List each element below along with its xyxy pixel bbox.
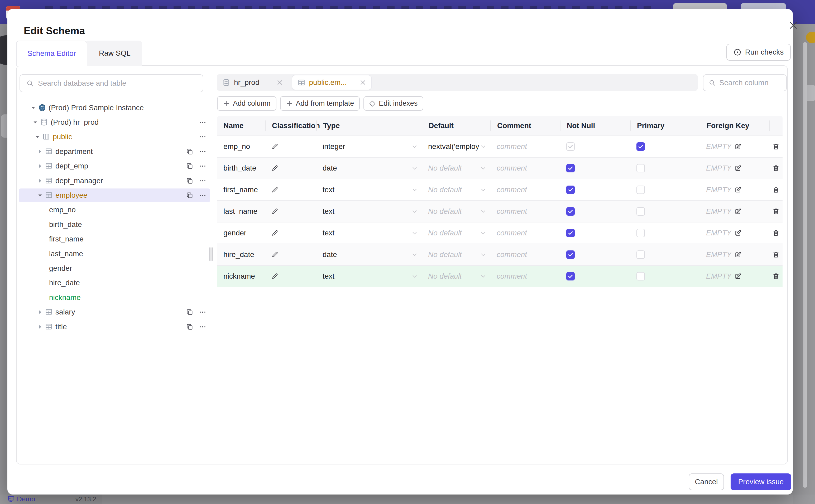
classification-pencil-icon[interactable] bbox=[271, 208, 278, 215]
open-tab-chip-hr_prod[interactable]: hr_prod bbox=[217, 74, 288, 91]
copy-icon[interactable] bbox=[186, 308, 193, 316]
add-column-button[interactable]: Add column bbox=[217, 96, 276, 111]
preview-issue-button[interactable]: Preview issue bbox=[731, 473, 791, 490]
copy-icon[interactable] bbox=[186, 162, 193, 170]
tree-item-title[interactable]: title bbox=[16, 319, 211, 334]
page-scrollbar[interactable] bbox=[803, 42, 807, 488]
classification-pencil-icon[interactable] bbox=[271, 230, 278, 236]
edit-foreign-key-icon[interactable] bbox=[735, 230, 741, 236]
primary-checkbox[interactable] bbox=[637, 229, 645, 237]
default-select[interactable]: No default bbox=[428, 272, 462, 280]
primary-checkbox[interactable] bbox=[637, 272, 645, 280]
tree-item--prod-hr_prod[interactable]: (Prod) hr_prod bbox=[16, 115, 211, 129]
tab-raw-sql[interactable]: Raw SQL bbox=[87, 41, 142, 66]
delete-row-icon[interactable] bbox=[772, 164, 780, 172]
default-select[interactable]: No default bbox=[428, 250, 462, 259]
delete-row-icon[interactable] bbox=[772, 186, 780, 193]
primary-checkbox[interactable] bbox=[637, 250, 645, 259]
tree-item-last_name[interactable]: last_name bbox=[16, 246, 211, 261]
column-name[interactable]: nickname bbox=[223, 272, 255, 280]
delete-row-icon[interactable] bbox=[772, 229, 780, 237]
caret-down-icon[interactable] bbox=[31, 105, 36, 110]
tree-item-department[interactable]: department bbox=[16, 144, 211, 159]
primary-checkbox[interactable] bbox=[637, 164, 645, 172]
edit-foreign-key-icon[interactable] bbox=[735, 273, 741, 280]
run-checks-button[interactable]: Run checks bbox=[726, 44, 791, 61]
copy-icon[interactable] bbox=[186, 192, 193, 199]
comment-input[interactable]: comment bbox=[497, 229, 527, 237]
column-search-input[interactable]: Search column bbox=[703, 74, 787, 91]
more-options-icon[interactable] bbox=[199, 118, 206, 126]
column-name[interactable]: emp_no bbox=[223, 142, 250, 151]
type-select[interactable]: text bbox=[322, 207, 334, 216]
tree-item--prod-prod-sample-instance[interactable]: (Prod) Prod Sample Instance bbox=[16, 100, 211, 115]
copy-icon[interactable] bbox=[186, 148, 193, 155]
column-name[interactable]: birth_date bbox=[223, 164, 256, 172]
tree-item-dept_manager[interactable]: dept_manager bbox=[16, 173, 211, 188]
classification-pencil-icon[interactable] bbox=[271, 143, 278, 150]
cancel-button[interactable]: Cancel bbox=[689, 473, 724, 490]
comment-input[interactable]: comment bbox=[497, 164, 527, 172]
default-select[interactable]: No default bbox=[428, 229, 462, 237]
delete-row-icon[interactable] bbox=[772, 251, 780, 258]
tree-item-birth_date[interactable]: birth_date bbox=[16, 217, 211, 232]
tree-item-hire_date[interactable]: hire_date bbox=[16, 276, 211, 290]
comment-input[interactable]: comment bbox=[497, 250, 527, 259]
not-null-checkbox[interactable] bbox=[566, 164, 575, 172]
edit-foreign-key-icon[interactable] bbox=[735, 165, 741, 172]
classification-pencil-icon[interactable] bbox=[271, 273, 278, 280]
default-select[interactable]: nextval('employ bbox=[428, 142, 479, 151]
primary-checkbox[interactable] bbox=[637, 186, 645, 194]
close-tab-icon[interactable] bbox=[277, 80, 283, 85]
more-options-icon[interactable] bbox=[199, 133, 206, 141]
column-name[interactable]: last_name bbox=[223, 207, 257, 216]
classification-pencil-icon[interactable] bbox=[271, 186, 278, 193]
classification-pencil-icon[interactable] bbox=[271, 251, 278, 258]
not-null-checkbox[interactable] bbox=[566, 186, 575, 194]
type-select[interactable]: integer bbox=[322, 142, 345, 151]
add-from-template-button[interactable]: Add from template bbox=[280, 96, 360, 111]
caret-down-icon[interactable] bbox=[37, 193, 43, 198]
more-options-icon[interactable] bbox=[199, 148, 206, 156]
tree-item-public[interactable]: public bbox=[16, 130, 211, 144]
edit-foreign-key-icon[interactable] bbox=[735, 251, 741, 258]
column-name[interactable]: first_name bbox=[223, 186, 258, 194]
edit-foreign-key-icon[interactable] bbox=[735, 208, 741, 215]
close-tab-icon[interactable] bbox=[360, 80, 366, 85]
database-search-input[interactable]: Search database and table bbox=[20, 74, 203, 92]
not-null-checkbox[interactable] bbox=[566, 207, 575, 216]
edit-foreign-key-icon[interactable] bbox=[735, 143, 741, 150]
caret-right-icon[interactable] bbox=[37, 324, 43, 329]
comment-input[interactable]: comment bbox=[497, 186, 527, 194]
column-name[interactable]: hire_date bbox=[223, 250, 254, 259]
type-select[interactable]: date bbox=[322, 250, 337, 259]
close-icon[interactable] bbox=[787, 18, 800, 32]
delete-row-icon[interactable] bbox=[772, 143, 780, 150]
default-select[interactable]: No default bbox=[428, 207, 462, 216]
delete-row-icon[interactable] bbox=[772, 208, 780, 215]
caret-down-icon[interactable] bbox=[35, 134, 40, 139]
more-options-icon[interactable] bbox=[199, 162, 206, 170]
not-null-checkbox[interactable] bbox=[566, 250, 575, 259]
caret-down-icon[interactable] bbox=[33, 120, 38, 125]
tree-item-gender[interactable]: gender bbox=[16, 261, 211, 275]
tree-item-salary[interactable]: salary bbox=[16, 305, 211, 319]
tree-item-first_name[interactable]: first_name bbox=[16, 232, 211, 246]
caret-right-icon[interactable] bbox=[37, 309, 43, 315]
tree-item-emp_no[interactable]: emp_no bbox=[16, 203, 211, 217]
comment-input[interactable]: comment bbox=[497, 142, 527, 151]
demo-link[interactable]: Demo bbox=[7, 495, 35, 503]
tab-schema-editor[interactable]: Schema Editor bbox=[16, 41, 87, 66]
comment-input[interactable]: comment bbox=[497, 207, 527, 216]
type-select[interactable]: text bbox=[322, 186, 334, 194]
more-options-icon[interactable] bbox=[199, 191, 206, 199]
edit-indexes-button[interactable]: Edit indexes bbox=[363, 96, 423, 111]
primary-checkbox[interactable] bbox=[637, 207, 645, 216]
caret-right-icon[interactable] bbox=[37, 178, 43, 183]
more-options-icon[interactable] bbox=[199, 308, 206, 316]
type-select[interactable]: text bbox=[322, 272, 334, 280]
copy-icon[interactable] bbox=[186, 323, 193, 331]
open-tab-chip-public-em-[interactable]: public.em... bbox=[292, 75, 371, 90]
delete-row-icon[interactable] bbox=[772, 273, 780, 280]
more-options-icon[interactable] bbox=[199, 177, 206, 185]
